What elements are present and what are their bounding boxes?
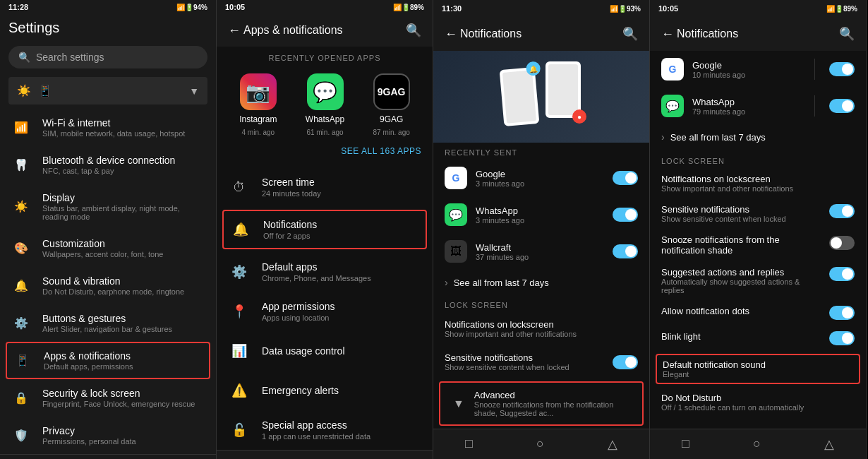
p4-whatsapp-toggle[interactable]	[829, 99, 855, 113]
notifications-icon: 🔔	[229, 218, 252, 241]
p4-lockscreen-notif[interactable]: Notifications on lockscreen Show importa…	[650, 168, 866, 198]
p4-snooze-toggle[interactable]	[829, 236, 855, 250]
app-9gag[interactable]: 9GAG 9GAG 87 min. ago	[373, 73, 410, 136]
status-bar-1: 11:28 📶🔋94%	[0, 0, 216, 14]
section-row[interactable]: ☀️ 📱 ▼	[8, 77, 207, 105]
app-whatsapp[interactable]: 💬 WhatsApp 61 min. ago	[306, 73, 344, 136]
recently-sent-label: RECENTLY SENT	[433, 143, 649, 160]
p4-whatsapp-icon: 💬	[661, 95, 684, 117]
list-item-notifications[interactable]: 🔔 Notifications Off for 2 apps	[222, 210, 427, 249]
chevron-right-icon: ›	[445, 277, 448, 288]
special-access-icon: 🔓	[228, 419, 251, 441]
p4-allow-dots[interactable]: Allow notification dots	[650, 300, 866, 326]
phone-mock-1: 🔔	[498, 68, 541, 125]
status-icons-2: 📶🔋89%	[393, 4, 424, 11]
lock-screen-label: LOCK SCREEN	[433, 295, 649, 312]
sidebar-item-buttons[interactable]: ⚙️ Buttons & gestures Alert Slider, navi…	[0, 304, 216, 342]
p4-see-all-label: See all from last 7 days	[670, 132, 766, 143]
notifications-preview: 🔔 ●	[433, 51, 649, 143]
sensitive-notif-row[interactable]: Sensitive notifications Show sensitive c…	[433, 345, 649, 378]
sidebar-item-privacy[interactable]: 🛡️ Privacy Permissions, personal data	[0, 417, 216, 454]
p4-dots-toggle[interactable]	[829, 306, 855, 320]
advanced-icon: ▼	[452, 394, 466, 414]
sensitive-toggle[interactable]	[613, 355, 638, 369]
p4-sensitive-toggle[interactable]	[829, 204, 855, 218]
status-bar-3: 11:30 📶🔋93%	[433, 0, 649, 17]
p4-suggested-toggle[interactable]	[829, 267, 855, 281]
toolbar-2: ← Apps & notifications 🔍	[217, 14, 433, 47]
list-item-special-access[interactable]: 🔓 Special app access 1 app can use unres…	[217, 410, 433, 450]
vertical-divider-2	[814, 95, 815, 117]
list-item-app-perms[interactable]: 📍 App permissions Apps using location	[217, 292, 433, 331]
sidebar-item-sound[interactable]: 🔔 Sound & vibration Do Not Disturb, earp…	[0, 267, 216, 304]
p4-suggested-actions[interactable]: Suggested actions and replies Automatica…	[650, 261, 866, 300]
status-bar-2: 10:05 📶🔋89%	[217, 0, 433, 14]
p4-snooze-notif[interactable]: Snooze notifications from the notificati…	[650, 229, 866, 261]
sidebar-item-wifi[interactable]: 📶 Wi-Fi & internet SIM, mobile network, …	[0, 109, 216, 146]
instagram-icon: 📷	[240, 73, 277, 110]
app-perms-icon: 📍	[228, 300, 251, 323]
notif-item-wallcraft[interactable]: 🖼 Wallcraft 37 minutes ago	[433, 233, 649, 270]
nav-back-4[interactable]: □	[682, 436, 689, 452]
p4-see-all-row[interactable]: › See all from last 7 days	[650, 124, 866, 150]
nav-recent-3[interactable]: △	[608, 436, 617, 452]
p4-chevron-icon: ›	[661, 131, 665, 143]
section-icon-2: 📱	[38, 84, 52, 97]
advanced-row[interactable]: ▼ Advanced Snooze notifications from the…	[439, 381, 644, 426]
notif-item-whatsapp[interactable]: 💬 WhatsApp 3 minutes ago	[433, 196, 649, 233]
back-icon-3[interactable]: ←	[442, 24, 460, 44]
whatsapp-toggle[interactable]	[613, 208, 638, 222]
p4-do-not-disturb[interactable]: Do Not Disturb Off / 1 schedule can turn…	[650, 387, 866, 417]
notif-item-google[interactable]: G Google 3 minutes ago	[433, 160, 649, 196]
google-toggle[interactable]	[613, 171, 638, 185]
search-bar[interactable]: 🔍 Search settings	[8, 46, 207, 68]
buttons-icon: ⚙️	[11, 314, 31, 333]
nav-back-3[interactable]: □	[465, 436, 473, 452]
see-all-apps-button[interactable]: SEE ALL 163 APPS	[217, 143, 433, 162]
sidebar-item-security[interactable]: 🔒 Security & lock screen Fingerprint, Fa…	[0, 379, 216, 417]
list-item-emergency[interactable]: ⚠️ Emergency alerts	[217, 371, 433, 410]
see-all-last7days[interactable]: › See all from last 7 days	[433, 270, 649, 295]
privacy-icon: 🛡️	[11, 426, 31, 446]
lockscreen-notif-row[interactable]: Notifications on lockscreen Show importa…	[433, 312, 649, 345]
toolbar-1: Settings	[0, 14, 216, 42]
p4-whatsapp-item[interactable]: 💬 WhatsApp 79 minutes ago	[650, 88, 866, 124]
nav-home-4[interactable]: ○	[753, 436, 761, 452]
panel-notifications-detail: 10:05 📶🔋89% ← Notifications 🔍 G Google 1…	[650, 0, 867, 459]
wallcraft-toggle[interactable]	[613, 244, 638, 258]
display-icon: ☀️	[11, 197, 31, 217]
search-icon-3[interactable]: 🔍	[620, 23, 641, 44]
p4-blink-toggle[interactable]	[829, 331, 855, 345]
search-icon-4[interactable]: 🔍	[836, 23, 857, 44]
apps-icon: 📱	[13, 351, 32, 371]
sidebar-item-apps[interactable]: 📱 Apps & notifications Default apps, per…	[6, 342, 210, 379]
search-icon-2[interactable]: 🔍	[403, 20, 424, 41]
sidebar-item-customization[interactable]: 🎨 Customization Wallpapers, accent color…	[0, 230, 216, 267]
time-2: 10:05	[225, 3, 245, 11]
sidebar-item-display[interactable]: ☀️ Display Status bar, ambient display, …	[0, 184, 216, 230]
p4-sensitive-notif[interactable]: Sensitive notifications Show sensitive c…	[650, 198, 866, 229]
9gag-icon: 9GAG	[373, 73, 410, 110]
app-instagram[interactable]: 📷 Instagram 4 min. ago	[239, 73, 277, 136]
p4-default-sound[interactable]: Default notification sound Elegant	[656, 354, 860, 384]
p4-google-toggle[interactable]	[829, 62, 855, 76]
default-apps-icon: ⚙️	[228, 261, 251, 283]
list-item-screen-time[interactable]: ⏱ Screen time 24 minutes today	[217, 167, 433, 207]
sidebar-item-bluetooth[interactable]: 🦷 Bluetooth & device connection NFC, cas…	[0, 146, 216, 184]
notif-dot-icon: ●	[572, 109, 586, 124]
p4-blink-light[interactable]: Blink light	[650, 326, 866, 351]
p4-google-item[interactable]: G Google 10 minutes ago	[650, 51, 866, 88]
back-icon-2[interactable]: ←	[225, 20, 243, 41]
wifi-icon: 📶	[11, 118, 31, 138]
status-icons-1: 📶🔋94%	[176, 4, 207, 11]
list-item-default-apps[interactable]: ⚙️ Default apps Chrome, Phone, and Messa…	[217, 252, 433, 292]
nav-home-3[interactable]: ○	[536, 436, 544, 452]
vertical-divider	[814, 59, 815, 80]
whatsapp-app-icon: 💬	[445, 203, 467, 226]
list-item-data-usage[interactable]: 📊 Data usage control	[217, 331, 433, 371]
page-title-4: Notifications	[677, 28, 836, 40]
nav-recent-4[interactable]: △	[824, 436, 834, 452]
panel-apps-notifications: 10:05 📶🔋89% ← Apps & notifications 🔍 REC…	[217, 0, 433, 459]
back-icon-4[interactable]: ←	[658, 24, 677, 44]
google-app-icon: G	[445, 167, 467, 189]
